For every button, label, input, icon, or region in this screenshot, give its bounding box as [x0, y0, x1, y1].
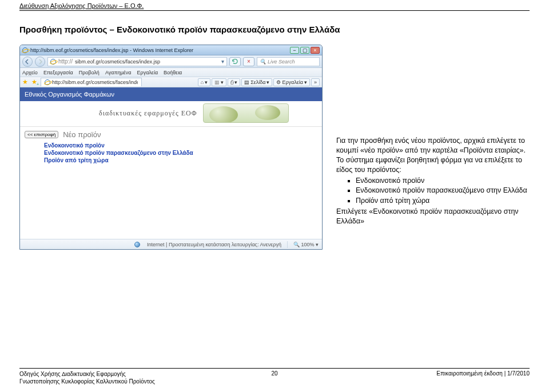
window-titlebar: http://sibm.eof.gr/cosmetics/faces/index…	[20, 45, 322, 55]
apps-header-row: διαδικτυακές εφαρμογές ΕΟΦ	[20, 101, 322, 127]
menu-edit[interactable]: Επεξεργασία	[43, 70, 73, 75]
page-content: << επιστροφή Νέο προϊόν Ενδοκοινοτικό πρ…	[20, 127, 322, 239]
instruction-p2: Επιλέγετε «Ενδοκοινοτικό προϊόν παρασκευ…	[336, 207, 530, 226]
menu-file[interactable]: Αρχείο	[22, 70, 38, 75]
maximize-button[interactable]: ▢	[300, 47, 309, 54]
favorites-bar: ★ ★+ http://sibm.eof.gr/cosmetics/faces/…	[20, 77, 322, 87]
toolbar-buttons: ⌂▾ ▦▾ ⎙▾ ▤Σελίδα▾ ⚙Εργαλεία▾ »	[198, 78, 320, 86]
arrow-left-icon	[25, 59, 30, 65]
browser-window: http://sibm.eof.gr/cosmetics/faces/index…	[19, 45, 323, 250]
apps-label: διαδικτυακές εφαρμογές ΕΟΦ	[99, 109, 197, 118]
favorites-star-icon[interactable]: ★	[22, 78, 28, 86]
address-bar[interactable]: http://sibm.eof.gr/cosmetics/faces/index…	[47, 57, 227, 66]
tab-favicon-icon	[45, 79, 50, 85]
feeds-button[interactable]: ▦▾	[212, 78, 226, 86]
tab-label: http://sibm.eof.gr/cosmetics/faces/index…	[52, 79, 138, 85]
header-rule	[19, 10, 530, 11]
browser-tab[interactable]: http://sibm.eof.gr/cosmetics/faces/index…	[41, 78, 142, 86]
window-title: http://sibm.eof.gr/cosmetics/faces/index…	[30, 47, 288, 53]
print-icon: ⎙	[230, 79, 233, 85]
menu-view[interactable]: Προβολή	[79, 70, 100, 75]
arrow-right-icon	[37, 59, 43, 65]
search-box[interactable]: 🔍 Live Search	[257, 57, 320, 66]
refresh-icon	[232, 59, 238, 65]
nav-toolbar: http://sibm.eof.gr/cosmetics/faces/index…	[20, 55, 322, 68]
instruction-p1: Για την προσθήκη ενός νέου προϊόντος, αρ…	[336, 136, 530, 175]
stop-button[interactable]: ×	[243, 57, 254, 66]
add-favorite-icon[interactable]: ★+	[31, 78, 37, 86]
footer-right: Επικαιροποιηµένη έκδοση | 1/7/2010	[436, 370, 530, 377]
page-footer: Οδηγός Χρήσης ∆ιαδικτυακής Εφαρµογής Γνω…	[19, 368, 530, 385]
page-menu-button[interactable]: ▤Σελίδα▾	[241, 78, 272, 86]
gear-icon: ⚙	[276, 79, 281, 85]
footer-page-number: 20	[271, 370, 277, 377]
minimize-button[interactable]: −	[290, 47, 299, 54]
zoom-icon[interactable]: 🔍 100% ▾	[293, 242, 319, 247]
instruction-text: Για την προσθήκη ενός νέου προϊόντος, αρ…	[336, 45, 530, 226]
url-text: sibm.eof.gr/cosmetics/faces/index.jsp	[75, 59, 219, 65]
url-prefix: http://	[58, 58, 73, 65]
menu-bar: Αρχείο Επεξεργασία Προβολή Αγαπημένα Εργ…	[20, 68, 322, 77]
refresh-button[interactable]	[229, 57, 241, 66]
chevrons-button[interactable]: »	[311, 78, 320, 86]
screenshot-column: http://sibm.eof.gr/cosmetics/faces/index…	[19, 45, 323, 250]
section-title: Νέο προϊόν	[63, 130, 101, 139]
globe-icon	[134, 242, 140, 247]
forward-nav-button[interactable]	[35, 57, 45, 67]
page-viewport: Εθνικός Οργανισμός Φαρμάκων διαδικτυακές…	[20, 87, 322, 239]
page-title: Προσθήκη προϊόντος – Ενδοκοινοτικό προϊό…	[19, 25, 530, 34]
close-button[interactable]: ×	[311, 47, 320, 54]
page-favicon-icon	[50, 59, 56, 65]
tools-menu-button[interactable]: ⚙Εργαλεία▾	[273, 78, 310, 86]
rss-icon: ▦	[214, 79, 220, 85]
back-link-button[interactable]: << επιστροφή	[25, 131, 58, 138]
menu-tools[interactable]: Εργαλεία	[137, 70, 158, 75]
bullet-1: Ενδοκοινοτικό προϊόν	[356, 176, 530, 186]
ie-icon	[22, 47, 28, 53]
link-intracommunity-greece[interactable]: Ενδοκοινοτικό προϊόν παρασκευαζόμενο στη…	[44, 150, 317, 156]
header-image	[203, 103, 289, 123]
print-button[interactable]: ⎙▾	[228, 78, 240, 86]
window-buttons: − ▢ ×	[290, 47, 320, 54]
back-nav-button[interactable]	[22, 57, 33, 67]
status-bar: Internet | Προστατευμένη κατάσταση λειτο…	[20, 239, 322, 249]
home-icon: ⌂	[201, 79, 204, 85]
page-icon: ▤	[244, 79, 249, 85]
product-type-links: Ενδοκοινοτικό προϊόν Ενδοκοινοτικό προϊό…	[44, 142, 317, 163]
search-icon: 🔍	[260, 59, 266, 65]
instruction-bullets: Ενδοκοινοτικό προϊόν Ενδοκοινοτικό προϊό…	[336, 176, 530, 206]
bullet-3: Προϊόν από τρίτη χώρα	[356, 196, 530, 206]
bullet-2: Ενδοκοινοτικό προϊόν παρασκευαζόµενο στη…	[356, 186, 530, 195]
chevron-right-icon: »	[314, 79, 317, 85]
menu-favorites[interactable]: Αγαπημένα	[105, 70, 132, 75]
security-zone-text: Internet | Προστατευμένη κατάσταση λειτο…	[147, 242, 281, 247]
home-button[interactable]: ⌂▾	[198, 78, 210, 86]
org-banner: Εθνικός Οργανισμός Φαρμάκων	[20, 87, 322, 101]
search-placeholder: Live Search	[268, 59, 295, 65]
footer-left: Οδηγός Χρήσης ∆ιαδικτυακής Εφαρµογής Γνω…	[19, 370, 155, 385]
menu-help[interactable]: Βοήθεια	[164, 70, 182, 75]
doc-header: Διεύθυνση Αξιολόγησης Προϊόντων – Ε.Ο.Φ.	[19, 0, 530, 10]
link-intracommunity[interactable]: Ενδοκοινοτικό προϊόν	[44, 142, 317, 149]
breadcrumb-row: << επιστροφή Νέο προϊόν	[25, 130, 317, 139]
link-third-country[interactable]: Προϊόν από τρίτη χώρα	[44, 157, 317, 163]
dropdown-icon[interactable]: ▾	[221, 58, 224, 65]
content-row: http://sibm.eof.gr/cosmetics/faces/index…	[19, 45, 530, 250]
